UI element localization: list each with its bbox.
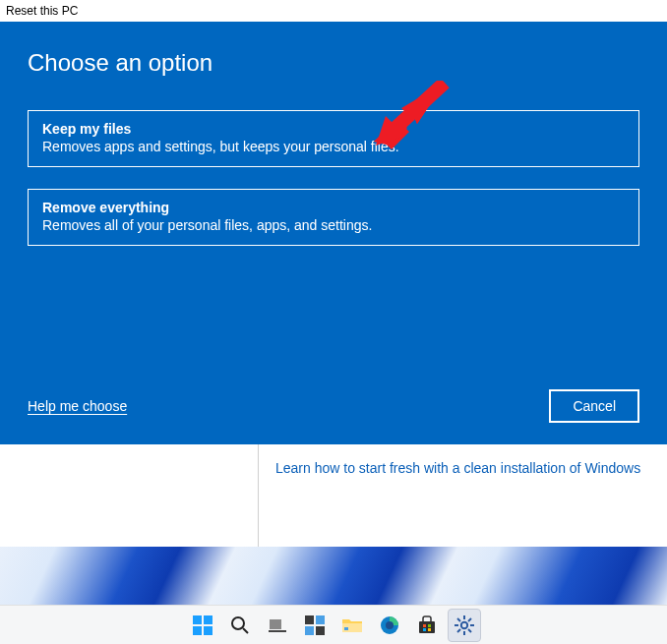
option-keep-my-files[interactable]: Keep my files Removes apps and settings,… <box>28 110 639 167</box>
edge-icon[interactable] <box>373 609 406 642</box>
desktop-wallpaper <box>0 547 667 606</box>
svg-rect-16 <box>305 626 314 635</box>
option-title: Remove everything <box>42 200 625 215</box>
svg-rect-7 <box>204 615 212 624</box>
svg-point-21 <box>386 621 394 629</box>
svg-rect-9 <box>204 626 212 635</box>
task-view-icon[interactable] <box>261 609 294 642</box>
svg-rect-26 <box>428 628 431 631</box>
svg-line-35 <box>468 618 471 621</box>
widgets-icon[interactable] <box>298 609 332 642</box>
svg-line-11 <box>243 628 248 633</box>
search-icon[interactable] <box>223 609 257 642</box>
svg-rect-17 <box>316 626 325 635</box>
settings-window-fragment: Learn how to start fresh with a clean in… <box>0 444 667 547</box>
reset-dialog: Choose an option Keep my files Removes a… <box>0 22 667 444</box>
option-description: Removes all of your personal files, apps… <box>42 217 625 233</box>
settings-icon[interactable] <box>448 609 481 642</box>
svg-rect-8 <box>193 626 202 635</box>
help-me-choose-link[interactable]: Help me choose <box>28 398 127 414</box>
cancel-button[interactable]: Cancel <box>549 389 639 423</box>
svg-point-10 <box>232 617 244 629</box>
window-title: Reset this PC <box>0 0 667 22</box>
svg-rect-23 <box>423 624 426 627</box>
svg-line-33 <box>468 629 471 632</box>
svg-point-27 <box>461 621 467 627</box>
start-icon[interactable] <box>186 609 219 642</box>
taskbar <box>0 605 667 644</box>
dialog-heading: Choose an option <box>28 49 639 77</box>
svg-rect-24 <box>428 624 431 627</box>
svg-rect-19 <box>344 627 348 630</box>
file-explorer-icon[interactable] <box>335 609 369 642</box>
svg-rect-22 <box>419 621 435 633</box>
option-title: Keep my files <box>42 121 625 137</box>
svg-rect-12 <box>270 619 281 629</box>
svg-rect-6 <box>193 615 202 624</box>
svg-rect-25 <box>423 628 426 631</box>
option-remove-everything[interactable]: Remove everything Removes all of your pe… <box>28 189 639 246</box>
svg-line-34 <box>457 629 460 632</box>
dialog-footer: Help me choose Cancel <box>28 389 639 423</box>
svg-rect-14 <box>305 615 314 624</box>
svg-rect-13 <box>269 630 286 632</box>
svg-line-32 <box>457 618 460 621</box>
vertical-divider <box>258 444 259 547</box>
option-description: Removes apps and settings, but keeps you… <box>42 139 625 154</box>
svg-rect-15 <box>316 615 325 624</box>
fresh-start-link[interactable]: Learn how to start fresh with a clean in… <box>275 460 640 476</box>
store-icon[interactable] <box>410 609 444 642</box>
